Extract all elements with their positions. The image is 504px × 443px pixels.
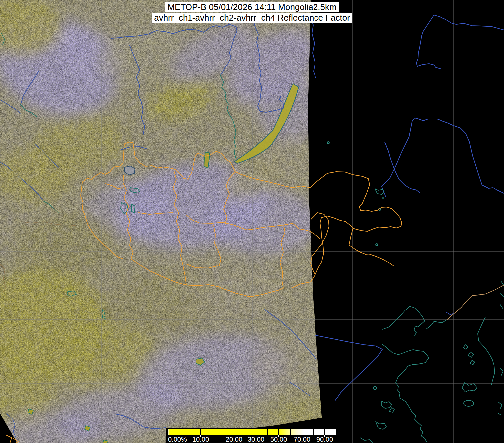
- coast-korea-west: [396, 366, 427, 442]
- river-amur-arc: [382, 118, 504, 197]
- colorbar: 0.00%10.0020.0030.0050.0070.0090.00: [166, 428, 338, 443]
- colorbar-divider: [256, 429, 256, 435]
- coast-amur-mouth: [382, 306, 425, 335]
- colorbar-label: 30.00: [248, 436, 264, 443]
- colorbar-label: 90.00: [316, 436, 333, 443]
- swath-imagery: [0, 0, 504, 443]
- colorbar-label: 50.00: [270, 436, 287, 443]
- colorbar-divider: [324, 429, 325, 435]
- coast-bay: [382, 344, 429, 366]
- colorbar-divider: [200, 429, 201, 435]
- colorbar-divider: [278, 429, 279, 435]
- colorbar-divider: [290, 429, 291, 435]
- rivers-black-region: [316, 15, 504, 401]
- map-canvas: [0, 0, 504, 443]
- river-lena: [416, 15, 504, 69]
- colorbar-label: 20.00: [226, 436, 242, 443]
- colorbar-label: 70.00: [294, 436, 310, 443]
- river-lower: [316, 335, 382, 401]
- colorbar-divider: [267, 429, 268, 435]
- satellite-viewer: METOP-B 05/01/2026 14:11 Mongolia2.5km a…: [0, 0, 504, 443]
- river-shilka: [385, 142, 420, 193]
- border-east-network: [310, 172, 402, 231]
- coastlines: [327, 142, 504, 443]
- colorbar-gradient: [168, 429, 336, 435]
- colorbar-divider: [302, 429, 302, 435]
- border-russia-china-tan: [447, 285, 504, 320]
- colorbar-label: 10.00: [192, 436, 209, 443]
- colorbar-label: 0.00%: [168, 436, 187, 443]
- coast-primorye: [427, 320, 447, 329]
- colorbar-divider: [313, 429, 314, 435]
- colorbar-divider: [234, 429, 234, 435]
